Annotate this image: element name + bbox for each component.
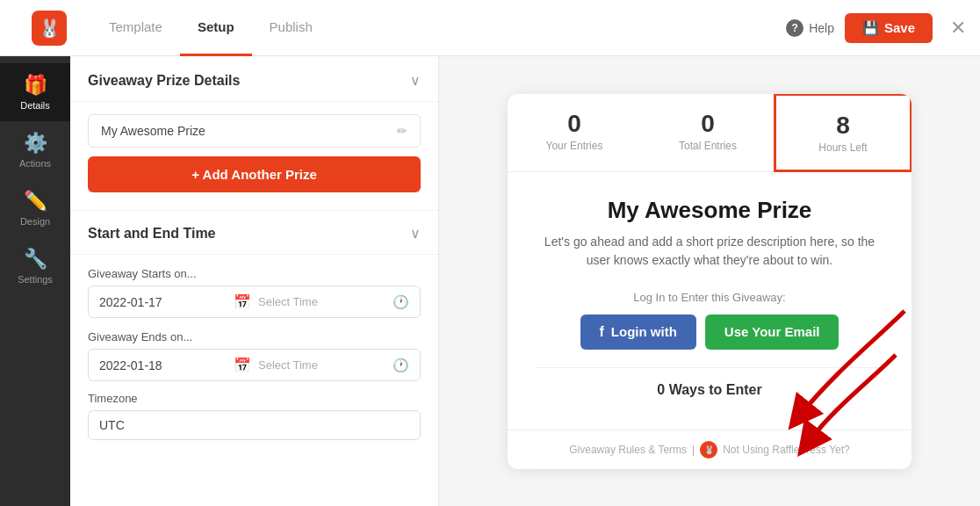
start-time-select[interactable]: Select Time	[258, 295, 386, 308]
stats-row: 0 Your Entries 0 Total Entries 8 Hours L…	[508, 94, 912, 172]
facebook-login-button[interactable]: f Login with	[580, 314, 696, 350]
preview-prize-desc: Let's go ahead and add a short prize des…	[536, 233, 883, 270]
details-icon: 🎁	[24, 74, 47, 97]
top-nav: 🐰 Template Setup Publish ? Help 💾 Save ✕	[0, 0, 980, 56]
design-icon: ✏️	[24, 190, 47, 213]
end-clock-icon[interactable]: 🕐	[393, 358, 409, 373]
stat-your-entries: 0 Your Entries	[508, 94, 641, 171]
auth-row: f Login with Use Your Email	[536, 314, 883, 350]
help-button[interactable]: ? Help	[786, 19, 834, 37]
preview-prize-title: My Awesome Prize	[536, 197, 883, 224]
prize-item-label: My Awesome Prize	[101, 124, 205, 138]
prize-chevron-icon[interactable]: ∨	[410, 72, 421, 89]
footer-separator: |	[692, 444, 695, 456]
facebook-icon: f	[600, 324, 604, 340]
settings-icon: 🔧	[24, 248, 47, 271]
tab-template[interactable]: Template	[91, 0, 180, 56]
main-layout: 🎁 Details ⚙️ Actions ✏️ Design 🔧 Setting…	[0, 56, 980, 506]
total-entries-label: Total Entries	[650, 140, 766, 152]
login-label: Log In to Enter this Giveaway:	[536, 291, 883, 304]
end-date-value: 2022-01-18	[99, 358, 227, 372]
end-time-select[interactable]: Select Time	[258, 358, 386, 372]
stat-total-entries: 0 Total Entries	[641, 94, 775, 171]
email-login-button[interactable]: Use Your Email	[705, 314, 839, 350]
login-with-label: Login with	[611, 324, 677, 339]
ways-title: 0 Ways to Enter	[657, 382, 761, 397]
end-calendar-icon[interactable]: 📅	[234, 357, 251, 373]
total-entries-num: 0	[650, 110, 766, 138]
sidebar-item-design[interactable]: ✏️ Design	[0, 179, 70, 237]
start-date-value: 2022-01-17	[99, 295, 227, 309]
start-label: Giveaway Starts on...	[88, 267, 421, 280]
prize-item: My Awesome Prize ✏	[88, 114, 421, 148]
time-section-header: Start and End Time ∨	[70, 210, 438, 255]
sidebar-item-label-details: Details	[20, 100, 50, 111]
edit-icon[interactable]: ✏	[397, 124, 407, 138]
actions-icon: ⚙️	[24, 132, 47, 155]
sidebar-item-label-settings: Settings	[18, 274, 53, 285]
your-entries-num: 0	[516, 110, 632, 138]
ways-divider: 0 Ways to Enter	[536, 367, 883, 412]
start-date-row: 2022-01-17 📅 Select Time 🕐	[88, 286, 421, 318]
nav-tabs: Template Setup Publish	[91, 0, 330, 56]
logo-icon: 🐰	[32, 11, 67, 46]
add-prize-button[interactable]: + Add Another Prize	[88, 156, 421, 192]
sidebar-item-label-design: Design	[20, 216, 50, 227]
save-icon: 💾	[862, 20, 879, 36]
use-email-label: Use Your Email	[724, 324, 820, 339]
prize-section-title: Giveaway Prize Details	[88, 73, 240, 89]
prize-content: My Awesome Prize Let's go ahead and add …	[508, 172, 912, 430]
add-prize-label: + Add Another Prize	[191, 167, 317, 182]
end-date-row: 2022-01-18 📅 Select Time 🕐	[88, 349, 421, 381]
preview-area: 0 Your Entries 0 Total Entries 8 Hours L…	[439, 56, 980, 506]
footer-not-using-link[interactable]: Not Using RafflePress Yet?	[723, 444, 850, 456]
footer-rules-link[interactable]: Giveaway Rules & Terms	[569, 444, 687, 456]
start-calendar-icon[interactable]: 📅	[234, 293, 251, 310]
your-entries-label: Your Entries	[516, 140, 632, 152]
time-section-title: Start and End Time	[88, 226, 216, 242]
save-label: Save	[884, 20, 915, 35]
footer-logo: 🐰	[700, 441, 717, 459]
end-label: Giveaway Ends on...	[88, 330, 421, 343]
stat-hours-left: 8 Hours Left	[774, 94, 912, 172]
sidebar-item-settings[interactable]: 🔧 Settings	[0, 237, 70, 295]
preview-card: 0 Your Entries 0 Total Entries 8 Hours L…	[508, 94, 912, 469]
save-button[interactable]: 💾 Save	[845, 13, 933, 43]
sidebar-item-actions[interactable]: ⚙️ Actions	[0, 121, 70, 179]
tab-setup[interactable]: Setup	[180, 0, 252, 56]
prize-section-header: Giveaway Prize Details ∨	[70, 56, 438, 102]
sidebar-item-label-actions: Actions	[19, 158, 51, 169]
hours-left-num: 8	[785, 112, 901, 140]
timezone-value: UTC	[88, 410, 421, 440]
close-button[interactable]: ✕	[950, 17, 966, 40]
sidebar-item-details[interactable]: 🎁 Details	[0, 63, 70, 121]
time-chevron-icon[interactable]: ∨	[410, 225, 421, 242]
start-clock-icon[interactable]: 🕐	[393, 294, 409, 310]
help-icon: ?	[786, 19, 803, 37]
settings-panel: Giveaway Prize Details ∨ My Awesome Priz…	[70, 56, 439, 506]
card-footer: Giveaway Rules & Terms | 🐰 Not Using Raf…	[508, 430, 912, 469]
nav-actions: ? Help 💾 Save ✕	[786, 13, 966, 43]
logo: 🐰	[14, 11, 84, 46]
tab-publish[interactable]: Publish	[252, 0, 330, 56]
sidebar: 🎁 Details ⚙️ Actions ✏️ Design 🔧 Setting…	[0, 56, 70, 506]
hours-left-label: Hours Left	[785, 141, 901, 154]
help-label: Help	[809, 21, 834, 35]
timezone-label: Timezone	[88, 392, 421, 405]
